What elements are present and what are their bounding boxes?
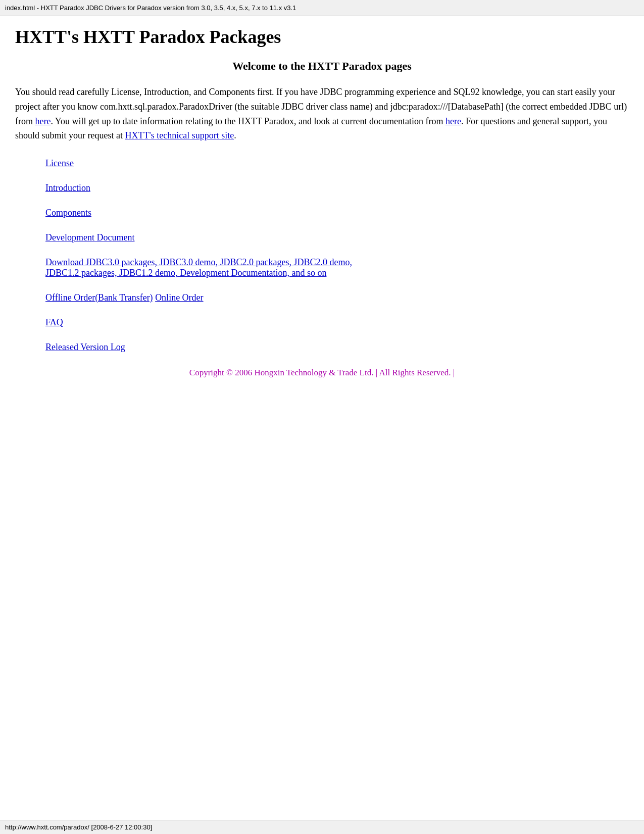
- intro-text-end: .: [234, 130, 236, 140]
- faq-link[interactable]: FAQ: [45, 317, 63, 327]
- browser-title: index.html - HXTT Paradox JDBC Drivers f…: [0, 0, 644, 16]
- intro-paragraph: You should read carefully License, Intro…: [15, 85, 629, 143]
- list-item: FAQ: [45, 317, 629, 328]
- here2-link[interactable]: here: [445, 116, 461, 126]
- components-link[interactable]: Components: [45, 208, 91, 218]
- list-item: Development Document: [45, 232, 629, 243]
- development-document-link[interactable]: Development Document: [45, 232, 134, 242]
- page-title: HXTT's HXTT Paradox Packages: [15, 26, 629, 47]
- released-version-log-link[interactable]: Released Version Log: [45, 342, 125, 352]
- support-link[interactable]: HXTT's technical support site: [125, 130, 234, 140]
- intro-text-part2: . You will get up to date information re…: [51, 116, 445, 126]
- welcome-heading: Welcome to the HXTT Paradox pages: [15, 60, 629, 73]
- nav-links-container: License Introduction Components Developm…: [15, 158, 629, 353]
- list-item: Released Version Log: [45, 342, 629, 353]
- list-item: Components: [45, 208, 629, 218]
- copyright-section: Copyright © 2006 Hongxin Technology & Tr…: [15, 368, 629, 378]
- list-item: Offline Order(Bank Transfer) Online Orde…: [45, 292, 629, 303]
- copyright-text: Copyright © 2006 Hongxin Technology & Tr…: [189, 368, 455, 377]
- status-bar-text: http://www.hxtt.com/paradox/ [2008-6-27 …: [5, 823, 152, 831]
- offline-order-link[interactable]: Offline Order(Bank Transfer): [45, 292, 153, 303]
- license-link[interactable]: License: [45, 158, 74, 168]
- list-item: License: [45, 158, 629, 169]
- list-item: Download JDBC3.0 packages, JDBC3.0 demo,…: [45, 257, 629, 278]
- main-content: HXTT's HXTT Paradox Packages Welcome to …: [0, 16, 644, 398]
- list-item: Introduction: [45, 183, 629, 193]
- online-order-link[interactable]: Online Order: [155, 292, 203, 303]
- download-link[interactable]: Download JDBC3.0 packages, JDBC3.0 demo,…: [45, 257, 352, 278]
- here1-link[interactable]: here: [35, 116, 51, 126]
- introduction-link[interactable]: Introduction: [45, 183, 90, 193]
- status-bar: http://www.hxtt.com/paradox/ [2008-6-27 …: [0, 820, 644, 834]
